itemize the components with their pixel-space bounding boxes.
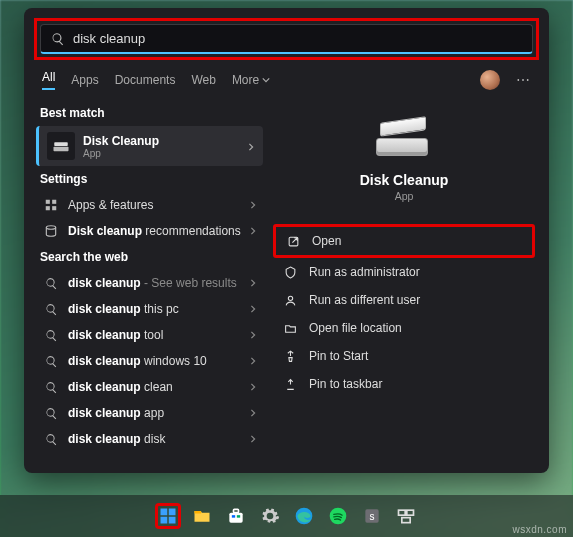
svg-rect-5 — [52, 206, 56, 210]
svg-text:s: s — [369, 511, 374, 522]
svg-rect-13 — [194, 511, 201, 514]
svg-rect-23 — [406, 510, 413, 515]
run-diffuser-icon — [281, 294, 299, 307]
taskbar-store-icon[interactable] — [223, 503, 249, 529]
section-best-match: Best match — [40, 106, 263, 120]
web-suggestion[interactable]: disk cleanup app — [36, 400, 263, 426]
tab-apps[interactable]: Apps — [71, 73, 98, 87]
run-admin-icon — [281, 266, 299, 279]
chevron-right-icon — [249, 356, 257, 367]
action-label: Pin to taskbar — [309, 377, 382, 391]
overflow-menu[interactable]: ⋯ — [516, 72, 531, 88]
action-list: OpenRun as administratorRun as different… — [273, 224, 535, 398]
tab-all[interactable]: All — [42, 70, 55, 90]
settings-item-disk-cleanup-recs[interactable]: Disk cleanup recommendations — [36, 218, 263, 244]
svg-rect-16 — [231, 515, 234, 518]
settings-item-apps-features[interactable]: Apps & features — [36, 192, 263, 218]
best-match-item[interactable]: Disk Cleanup App — [36, 126, 263, 166]
chevron-right-icon — [247, 137, 255, 155]
chevron-right-icon — [249, 408, 257, 419]
preview-column: Disk Cleanup App OpenRun as administrato… — [269, 96, 549, 471]
web-suggestion[interactable]: disk cleanup clean — [36, 374, 263, 400]
taskbar-settings-icon[interactable] — [257, 503, 283, 529]
storage-icon — [42, 224, 60, 238]
action-label: Open — [312, 234, 341, 248]
chevron-right-icon — [249, 434, 257, 445]
tab-web[interactable]: Web — [191, 73, 215, 87]
start-search-panel: All Apps Documents Web More ⋯ Best match… — [24, 8, 549, 473]
svg-rect-1 — [54, 147, 69, 152]
action-pin-start[interactable]: Pin to Start — [273, 342, 535, 370]
web-suggestion-label: disk cleanup clean — [68, 380, 173, 394]
action-run-diffuser[interactable]: Run as different user — [273, 286, 535, 314]
web-suggestion[interactable]: disk cleanup windows 10 — [36, 348, 263, 374]
action-open-loc[interactable]: Open file location — [273, 314, 535, 342]
svg-point-6 — [46, 226, 55, 230]
filter-tabs: All Apps Documents Web More ⋯ — [24, 60, 549, 96]
search-highlight-box — [34, 18, 539, 60]
taskbar-explorer-icon[interactable] — [189, 503, 215, 529]
svg-rect-14 — [229, 513, 242, 523]
svg-rect-2 — [46, 200, 50, 204]
search-icon — [42, 303, 60, 316]
taskbar-app-icon[interactable]: s — [359, 503, 385, 529]
chevron-right-icon — [249, 278, 257, 289]
chevron-down-icon — [262, 76, 270, 84]
web-suggestion-label: disk cleanup tool — [68, 328, 163, 342]
svg-rect-4 — [46, 206, 50, 210]
preview-subtitle: App — [273, 190, 535, 202]
web-suggestion[interactable]: disk cleanup tool — [36, 322, 263, 348]
watermark: wsxdn.com — [512, 524, 567, 535]
search-icon — [42, 355, 60, 368]
web-suggestion-label: disk cleanup - See web results — [68, 276, 237, 290]
search-input[interactable] — [73, 31, 522, 46]
section-settings: Settings — [40, 172, 263, 186]
tab-more[interactable]: More — [232, 73, 270, 87]
taskbar-task-view-icon[interactable] — [393, 503, 419, 529]
svg-point-8 — [288, 296, 292, 300]
web-suggestion[interactable]: disk cleanup this pc — [36, 296, 263, 322]
action-pin-taskbar[interactable]: Pin to taskbar — [273, 370, 535, 398]
action-run-admin[interactable]: Run as administrator — [273, 258, 535, 286]
best-match-title: Disk Cleanup — [83, 134, 159, 148]
web-suggestion-label: disk cleanup this pc — [68, 302, 179, 316]
disk-cleanup-large-icon — [376, 120, 432, 160]
settings-item-label: Apps & features — [68, 198, 153, 212]
web-suggestion-label: disk cleanup disk — [68, 432, 165, 446]
search-icon — [42, 433, 60, 446]
preview-card: Disk Cleanup App — [273, 102, 535, 202]
pin-taskbar-icon — [281, 378, 299, 391]
action-label: Open file location — [309, 321, 402, 335]
web-suggestion-label: disk cleanup app — [68, 406, 164, 420]
svg-rect-24 — [401, 518, 409, 523]
search-box[interactable] — [40, 24, 533, 54]
taskbar-spotify-icon[interactable] — [325, 503, 351, 529]
search-icon — [42, 329, 60, 342]
svg-rect-12 — [168, 517, 175, 524]
taskbar-start-button[interactable] — [155, 503, 181, 529]
action-label: Pin to Start — [309, 349, 368, 363]
chevron-right-icon — [249, 330, 257, 341]
open-icon — [284, 235, 302, 248]
svg-rect-15 — [233, 509, 238, 512]
chevron-right-icon — [249, 382, 257, 393]
disk-cleanup-icon — [47, 132, 75, 160]
open-loc-icon — [281, 322, 299, 335]
taskbar: s — [0, 495, 573, 537]
web-suggestion[interactable]: disk cleanup - See web results — [36, 270, 263, 296]
section-search-web: Search the web — [40, 250, 263, 264]
user-avatar[interactable] — [480, 70, 500, 90]
action-label: Run as administrator — [309, 265, 420, 279]
web-suggestion[interactable]: disk cleanup disk — [36, 426, 263, 452]
search-icon — [42, 381, 60, 394]
action-open[interactable]: Open — [273, 224, 535, 258]
grid-icon — [42, 198, 60, 212]
svg-rect-11 — [160, 517, 167, 524]
best-match-subtitle: App — [83, 148, 159, 159]
chevron-right-icon — [249, 304, 257, 315]
search-icon — [42, 407, 60, 420]
taskbar-edge-icon[interactable] — [291, 503, 317, 529]
tab-documents[interactable]: Documents — [115, 73, 176, 87]
pin-start-icon — [281, 350, 299, 363]
svg-rect-22 — [398, 510, 405, 515]
